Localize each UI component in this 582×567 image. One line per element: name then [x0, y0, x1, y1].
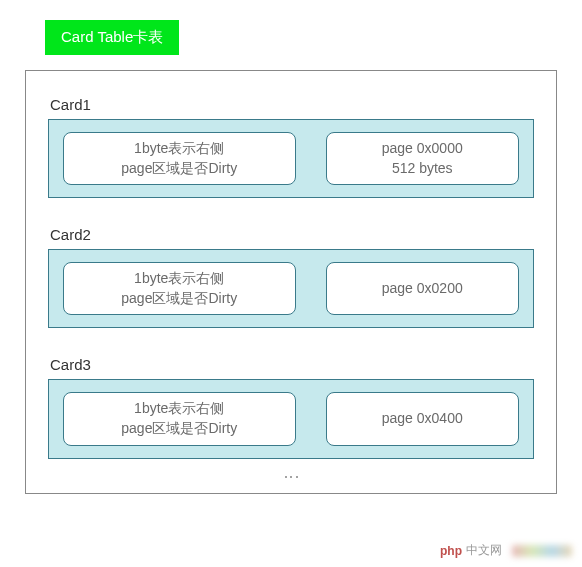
card-dirty-byte-box: 1byte表示右侧 page区域是否Dirty [63, 132, 296, 185]
card-box: 1byte表示右侧 page区域是否Dirty page 0x0200 [48, 249, 534, 328]
ellipsis-icon: ⋮ [282, 469, 301, 483]
card-table-container: Card1 1byte表示右侧 page区域是否Dirty page 0x000… [25, 70, 557, 494]
card-page-box: page 0x0400 [326, 392, 520, 445]
card-group: Card1 1byte表示右侧 page区域是否Dirty page 0x000… [48, 96, 534, 198]
card-label: Card1 [50, 96, 534, 113]
card-group: Card3 1byte表示右侧 page区域是否Dirty page 0x040… [48, 356, 534, 458]
card-page-box: page 0x0000 512 bytes [326, 132, 520, 185]
title-badge: Card Table卡表 [45, 20, 179, 55]
card-dirty-byte-box: 1byte表示右侧 page区域是否Dirty [63, 392, 296, 445]
card-box: 1byte表示右侧 page区域是否Dirty page 0x0000 512 … [48, 119, 534, 198]
card-group: Card2 1byte表示右侧 page区域是否Dirty page 0x020… [48, 226, 534, 328]
card-label: Card3 [50, 356, 534, 373]
card-label: Card2 [50, 226, 534, 243]
card-dirty-byte-box: 1byte表示右侧 page区域是否Dirty [63, 262, 296, 315]
card-page-box: page 0x0200 [326, 262, 520, 315]
card-box: 1byte表示右侧 page区域是否Dirty page 0x0400 [48, 379, 534, 458]
